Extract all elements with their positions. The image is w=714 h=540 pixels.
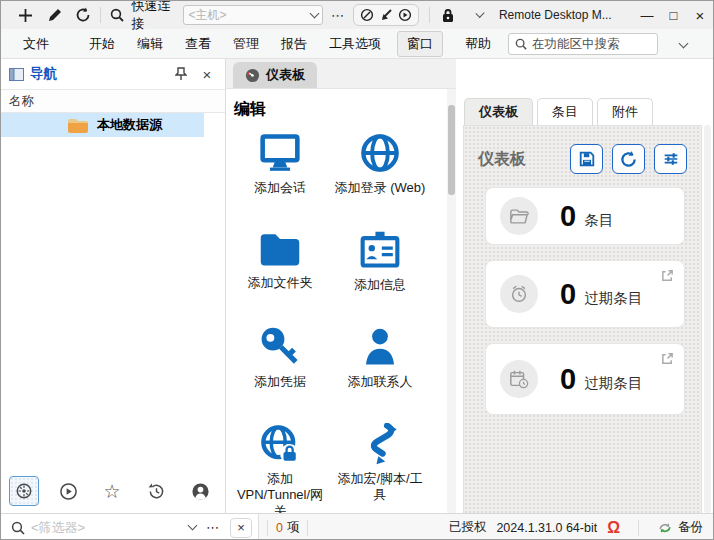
tab-attachments[interactable]: 附件 [597,98,653,125]
dashboard-pane: 仪表板 [463,125,702,513]
filter-box[interactable]: ⋯ × [1,514,259,540]
action-label: 添加登录 (Web) [332,180,428,196]
entries-count-card[interactable]: 0 条目 [486,188,684,244]
navigation-panel: 导航 × 名称 本地数据源 ☆ [1,59,226,513]
favorites-star-icon[interactable]: ☆ [97,476,127,506]
maximize-button[interactable]: □ [660,2,686,28]
menu-home[interactable]: 开始 [89,35,115,53]
statusbar: ⋯ × 0 项 已授权 2024.1.31.0 64-bit Ω 备份 [1,513,713,540]
divider [638,520,639,536]
add-information-action[interactable]: 添加信息 [330,229,430,326]
dashboard-document-panel: 仪表板 编辑 添加会话 [226,59,456,513]
document-tabstrip: 仪表板 [226,59,456,89]
more-options-icon[interactable]: ⋯ [327,3,348,27]
add-contact-action[interactable]: 添加联系人 [330,326,430,423]
menu-help[interactable]: 帮助 [465,35,491,53]
menu-view[interactable]: 查看 [185,35,211,53]
card-value: 0 [560,363,576,396]
ribbon-search-input[interactable] [532,37,651,51]
dashboard-side-panel: 仪表板 条目 附件 仪表板 [456,59,713,513]
tab-dashboard[interactable]: 仪表板 [464,98,533,125]
add-actions-grid: 添加会话 添加登录 (Web) 添加文件夹 [230,132,456,513]
add-website-login-action[interactable]: 添加登录 (Web) [330,132,430,229]
history-icon[interactable] [141,476,171,506]
minimize-button[interactable]: — [634,2,660,28]
scrollbar-thumb[interactable] [448,105,455,195]
card-label: 过期条目 [584,289,642,308]
external-link-icon[interactable] [661,269,674,282]
add-credential-action[interactable]: 添加凭据 [230,326,330,423]
statusbar-right: 已授权 2024.1.31.0 64-bit Ω 备份 [449,519,713,536]
tree-item-local-data-source[interactable]: 本地数据源 [1,113,204,137]
folder-icon [67,117,89,134]
external-link-icon[interactable] [661,352,674,365]
pin-icon[interactable] [171,64,191,84]
collapse-chevron-icon[interactable] [475,8,484,17]
menu-edit[interactable]: 编辑 [137,35,163,53]
menu-file[interactable]: 文件 [23,35,49,53]
add-folder-action[interactable]: 添加文件夹 [230,229,330,326]
protocol-circle-icon[interactable] [360,8,374,22]
vertical-scrollbar[interactable] [704,125,711,513]
play-circle-icon[interactable] [398,8,412,22]
item-count-unit: 项 [287,519,300,536]
ribbon-collapse-chevron-icon[interactable] [679,39,689,49]
chevron-down-icon[interactable] [188,521,198,531]
filter-input[interactable] [31,520,183,535]
close-panel-icon[interactable]: × [197,64,217,84]
quick-connect-actions [353,4,419,26]
license-status[interactable]: 已授权 [449,519,487,536]
window-title: Remote Desktop M... [499,8,612,22]
action-label: 添加凭据 [232,374,328,390]
menu-tools[interactable]: 工具选项 [329,35,381,53]
refresh-icon [619,150,638,169]
play-circle-icon[interactable] [53,476,83,506]
save-button[interactable] [570,144,603,174]
refresh-icon[interactable] [72,3,93,27]
menu-window[interactable]: 窗口 [397,31,443,57]
backup-status[interactable]: 备份 [657,519,703,536]
edit-pencil-icon[interactable] [44,3,65,27]
folder-icon [258,229,302,269]
card-label: 条目 [584,211,613,230]
navigation-header: 导航 × [1,59,225,89]
expired-entries-card[interactable]: 0 过期条目 [486,261,684,327]
ribbon-menu-bar: 文件 开始 编辑 查看 管理 报告 工具选项 窗口 帮助 [1,29,713,59]
divider [307,520,308,536]
add-macro-script-tool-action[interactable]: 添加宏/脚本/工具 [330,423,430,513]
console-arrow-icon[interactable] [379,8,393,22]
divider [429,7,430,23]
host-combobox[interactable] [183,5,323,25]
globe-lock-icon [259,423,301,465]
clear-filter-button[interactable]: × [230,518,252,538]
titlebar: 快速连接 ⋯ Remote Desktop M... — □ × [1,1,713,29]
add-session-action[interactable]: 添加会话 [230,132,330,229]
user-profile-icon[interactable] [185,476,215,506]
quick-connect-label: 快速连接 [132,0,178,33]
action-label: 添加宏/脚本/工具 [332,471,428,504]
devolutions-magnet-icon[interactable]: Ω [607,520,620,536]
tab-dashboard[interactable]: 仪表板 [233,62,317,88]
menu-report[interactable]: 报告 [281,35,307,53]
lock-icon[interactable] [437,3,458,27]
close-button[interactable]: × [687,2,713,28]
chevron-down-icon[interactable] [310,8,320,18]
expiring-entries-card[interactable]: 0 过期条目 [486,344,684,414]
add-icon[interactable] [15,3,36,27]
side-panel-tabs: 仪表板 条目 附件 [456,59,713,125]
settings-sliders-button[interactable] [654,144,687,174]
dashboard-view-button[interactable] [9,476,39,506]
calendar-clock-icon [500,360,538,398]
tree-column-header[interactable]: 名称 [1,89,225,113]
add-vpn-tunnel-gateway-action[interactable]: 添加VPN/Tunnel/网关 [230,423,330,513]
more-options-icon[interactable]: ⋯ [206,520,220,535]
search-icon [515,38,527,50]
host-input[interactable] [188,8,311,22]
menu-administration[interactable]: 管理 [233,35,259,53]
tab-entries[interactable]: 条目 [537,98,593,125]
refresh-button[interactable] [612,144,645,174]
dashboard-pane-header: 仪表板 [464,126,701,188]
vertical-scrollbar[interactable] [447,89,456,513]
tree-item-label: 本地数据源 [97,116,162,134]
ribbon-search-box[interactable] [508,33,658,55]
